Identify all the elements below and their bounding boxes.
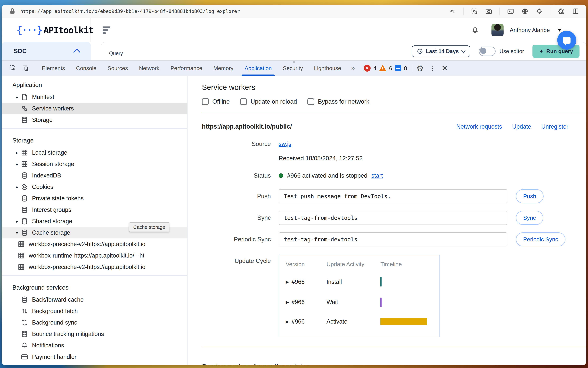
- sidebar-item-cache-storage[interactable]: ▾ Cache storage Cache storage: [2, 227, 187, 239]
- push-input[interactable]: [279, 189, 507, 203]
- tab-application[interactable]: Application: [239, 61, 277, 76]
- database-icon: [21, 229, 28, 237]
- tab-security[interactable]: Security: [277, 61, 308, 76]
- use-editor-toggle[interactable]: [479, 46, 496, 56]
- section-application: Application: [2, 76, 187, 91]
- sidebar-item-bounce-tracking[interactable]: Bounce tracking mitigations: [2, 328, 187, 340]
- tab-elements[interactable]: Elements: [36, 61, 71, 76]
- devtools-more-menu-icon[interactable]: ⋮: [429, 64, 436, 72]
- activate-timeline-bar: [380, 318, 427, 325]
- warning-count[interactable]: 6: [389, 65, 392, 71]
- user-name[interactable]: Anthony Alaribe: [510, 27, 550, 33]
- sidebar-item-back-forward-cache[interactable]: Back/forward cache: [2, 294, 187, 305]
- source-file-link[interactable]: sw.js: [279, 140, 291, 147]
- update-link[interactable]: Update: [512, 123, 531, 130]
- error-count[interactable]: 4: [373, 65, 376, 71]
- sidebar-item-session-storage[interactable]: ▸ Session storage: [2, 158, 187, 170]
- sync-input[interactable]: [279, 211, 507, 225]
- terminal-icon[interactable]: [507, 8, 514, 15]
- tab-sources[interactable]: Sources: [102, 61, 134, 76]
- payment-card-icon: [21, 353, 28, 361]
- error-badge-icon[interactable]: ✕: [364, 65, 371, 72]
- update-cycle-row-activate[interactable]: ▶#966 Activate: [279, 312, 439, 331]
- update-cycle-row-wait[interactable]: ▶#966 Wait: [279, 292, 439, 312]
- user-avatar[interactable]: [491, 24, 504, 36]
- row-expander-icon[interactable]: ▶: [286, 300, 289, 304]
- sidebar-item-indexeddb[interactable]: IndexedDB: [2, 170, 187, 181]
- sidebar-item-workbox-precache-1[interactable]: workbox-precache-v2-https://app.apitoolk…: [2, 239, 187, 250]
- sidebar-item-service-workers[interactable]: Service workers: [2, 103, 187, 114]
- query-panel[interactable]: Query Last 14 Days Use editor ✦ Run quer…: [101, 42, 586, 60]
- service-workers-panel: Service workers Offline Update on reload…: [188, 76, 586, 365]
- sidebar-item-payment-handler[interactable]: Payment handler: [2, 351, 187, 363]
- inspect-element-icon[interactable]: [9, 64, 17, 72]
- sidebar-item-notifications[interactable]: Notifications: [2, 340, 187, 351]
- sidebar-item-workbox-precache-2[interactable]: workbox-precache-v2-https://app.apitoolk…: [2, 261, 187, 273]
- project-selector[interactable]: SDC: [2, 42, 91, 60]
- status-text: #966 activated and is stopped: [287, 172, 368, 179]
- devtools-sidebar: Application ▸ Manifest Service workers: [2, 76, 188, 365]
- sidebar-item-manifest[interactable]: ▸ Manifest: [2, 91, 187, 103]
- bypass-for-network-checkbox[interactable]: Bypass for network: [308, 98, 369, 105]
- sidebar-item-background-sync[interactable]: Background sync: [2, 317, 187, 328]
- sidebar-toggle-icon[interactable]: [572, 8, 579, 15]
- expander-open-icon[interactable]: ▾: [13, 230, 21, 235]
- sidebar-item-private-state-tokens[interactable]: Private state tokens: [2, 193, 187, 204]
- sidebar-collapse-icon[interactable]: [103, 27, 110, 34]
- time-range-dropdown[interactable]: Last 14 Days: [412, 46, 470, 57]
- header-divider: [485, 22, 485, 38]
- checkbox-icon[interactable]: [240, 98, 247, 105]
- browser-window: https://app.apitoolkit.io/p/ebed9d39-bb1…: [2, 5, 586, 365]
- row-expander-icon[interactable]: ▶: [286, 279, 289, 284]
- device-toolbar-icon[interactable]: [21, 64, 29, 72]
- network-requests-link[interactable]: Network requests: [456, 123, 502, 130]
- sidebar-item-local-storage[interactable]: ▸ Local storage: [2, 147, 187, 158]
- tabbar-divider: [34, 64, 34, 73]
- sidebar-item-interest-groups[interactable]: Interest groups: [2, 204, 187, 216]
- row-expander-icon[interactable]: ▶: [286, 319, 289, 324]
- push-button[interactable]: Push: [516, 189, 543, 203]
- tab-network[interactable]: Network: [134, 61, 165, 76]
- share-link-icon[interactable]: [449, 8, 456, 15]
- devtools-settings-gear-icon[interactable]: ⚙: [416, 64, 424, 73]
- chevron-up-icon: [73, 48, 81, 56]
- col-version: Version: [286, 261, 326, 267]
- apitoolkit-logo[interactable]: {···} APItoolkit: [2, 18, 91, 42]
- warning-badge-icon[interactable]: !: [379, 65, 387, 71]
- url-text[interactable]: https://app.apitoolkit.io/p/ebed9d39-bb1…: [20, 9, 449, 14]
- periodic-sync-input[interactable]: [279, 232, 507, 246]
- update-on-reload-checkbox[interactable]: Update on reload: [240, 98, 297, 105]
- sync-button[interactable]: Sync: [516, 211, 543, 225]
- image-icon[interactable]: [471, 8, 478, 15]
- expander-icon[interactable]: ▸: [13, 94, 21, 100]
- unregister-link[interactable]: Unregister: [541, 123, 568, 130]
- update-cycle-row-install[interactable]: ▶#966 Install: [279, 272, 439, 292]
- camera-icon[interactable]: [485, 8, 492, 15]
- tab-lighthouse[interactable]: Lighthouse: [308, 61, 347, 76]
- message-badge-icon[interactable]: [395, 65, 401, 71]
- sidebar-item-storage[interactable]: Storage: [2, 114, 187, 126]
- devtools-close-icon[interactable]: ✕: [442, 64, 448, 73]
- sync-label: Sync: [202, 214, 279, 221]
- offline-checkbox[interactable]: Offline: [202, 98, 230, 105]
- cache-storage-tooltip: Cache storage: [129, 222, 169, 232]
- checkbox-icon[interactable]: [202, 98, 209, 105]
- tab-memory[interactable]: Memory: [208, 61, 239, 76]
- crosshair-icon[interactable]: [536, 8, 543, 15]
- user-menu-caret-icon[interactable]: [557, 28, 562, 32]
- extensions-puzzle-icon[interactable]: [558, 8, 565, 15]
- source-label: Source: [202, 140, 279, 147]
- start-link[interactable]: start: [371, 172, 383, 179]
- sidebar-item-workbox-runtime[interactable]: workbox-runtime-https://app.apitoolkit.i…: [2, 250, 187, 261]
- tab-performance[interactable]: Performance: [165, 61, 208, 76]
- message-count[interactable]: 8: [404, 65, 407, 71]
- more-tabs-icon[interactable]: »: [347, 64, 359, 72]
- periodic-sync-button[interactable]: Periodic Sync: [516, 232, 565, 246]
- chat-widget-button[interactable]: [557, 31, 576, 50]
- sidebar-item-background-fetch[interactable]: Background fetch: [2, 305, 187, 317]
- tab-console[interactable]: Console: [71, 61, 102, 76]
- notifications-bell-icon[interactable]: [471, 27, 479, 34]
- globe-icon[interactable]: [521, 8, 529, 15]
- sidebar-item-cookies[interactable]: ▸ Cookies: [2, 181, 187, 193]
- checkbox-icon[interactable]: [308, 98, 314, 105]
